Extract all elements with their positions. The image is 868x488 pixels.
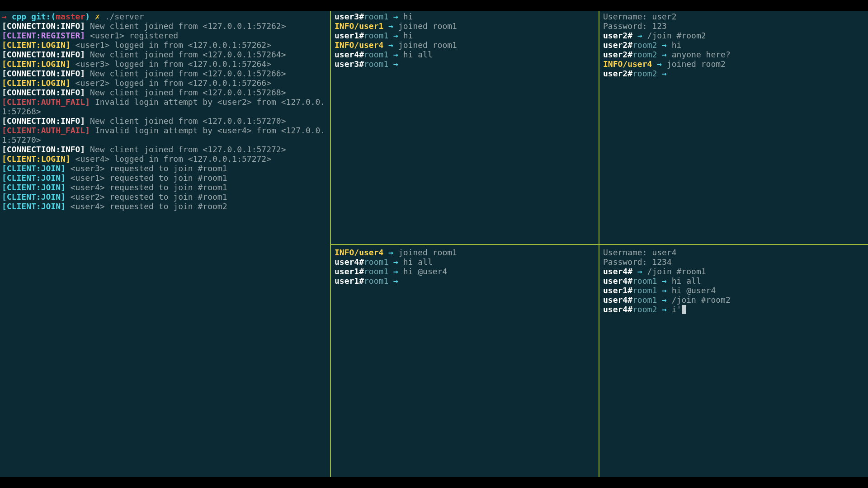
server-pane[interactable]: → cpp git:(master) ✗ ./server[CONNECTION…	[0, 11, 329, 477]
server-log-line: [CLIENT:REGISTER] <user1> registered	[2, 31, 327, 40]
client-pane-user3[interactable]: user3#room1 → hiINFO/user1 → joined room…	[333, 11, 597, 243]
chat-line: INFO/user4 → joined room1	[335, 248, 595, 257]
chat-line: INFO/user4 → joined room1	[335, 40, 595, 50]
chat-line: user4# → /join #room1	[603, 267, 865, 276]
server-log-line: [CONNECTION:INFO] New client joined from…	[2, 88, 327, 97]
chat-line: user4#room1 → hi all	[603, 276, 865, 286]
login-username-line: Username: user4	[603, 248, 865, 257]
server-log-line: [CLIENT:AUTH_FAIL] Invalid login attempt…	[2, 97, 327, 107]
cursor	[682, 305, 686, 314]
chat-line: user2#room2 → hi	[603, 40, 865, 50]
chat-line: user1#room1 → hi	[335, 31, 595, 40]
login-password-line: Password: 1234	[603, 257, 865, 267]
server-log-line: [CLIENT:JOIN] <user4> requested to join …	[2, 183, 327, 192]
shell-prompt: → cpp git:(master) ✗ ./server	[2, 12, 327, 21]
client-pane-user4[interactable]: Username: user4Password: 1234user4# → /j…	[601, 247, 867, 476]
server-log-line: [CLIENT:LOGIN] <user4> logged in from <1…	[2, 154, 327, 164]
chat-line: user2#room2 → anyone here?	[603, 50, 865, 59]
chat-line: user4#room2 → i'	[603, 305, 865, 314]
chat-line: user4#room1 → hi all	[335, 257, 595, 267]
server-log-line: [CLIENT:LOGIN] <user2> logged in from <1…	[2, 78, 327, 88]
chat-line: user1#room1 → hi @user4	[335, 267, 595, 276]
tmux-window: → cpp git:(master) ✗ ./server[CONNECTION…	[0, 11, 868, 477]
chat-line: user3#room1 → hi	[335, 12, 595, 21]
server-log-line: [CONNECTION:INFO] New client joined from…	[2, 50, 327, 59]
server-log-line: [CLIENT:JOIN] <user2> requested to join …	[2, 192, 327, 202]
chat-line: user2# → /join #room2	[603, 31, 865, 40]
chat-line: user2#room2 →	[603, 69, 865, 78]
chat-line: user4#room1 → hi all	[335, 50, 595, 59]
server-log-line: [CLIENT:JOIN] <user4> requested to join …	[2, 202, 327, 211]
client-pane-user2[interactable]: Username: user2Password: 123user2# → /jo…	[601, 11, 867, 243]
server-log-line: 1:57270>	[2, 135, 327, 145]
login-password-line: Password: 123	[603, 21, 865, 31]
pane-divider-horizontal	[330, 244, 868, 245]
server-log-line: [CLIENT:LOGIN] <user1> logged in from <1…	[2, 40, 327, 50]
chat-line: user1#room1 →	[335, 276, 595, 286]
client-pane-user1[interactable]: INFO/user4 → joined room1user4#room1 → h…	[333, 247, 597, 476]
chat-line: user1#room1 → hi @user4	[603, 286, 865, 295]
server-log-line: 1:57268>	[2, 107, 327, 116]
server-log-line: [CLIENT:AUTH_FAIL] Invalid login attempt…	[2, 126, 327, 135]
chat-line: user4#room1 → /join #room2	[603, 295, 865, 305]
chat-line: INFO/user1 → joined room1	[335, 21, 595, 31]
server-log-line: [CONNECTION:INFO] New client joined from…	[2, 116, 327, 126]
server-log-line: [CLIENT:JOIN] <user3> requested to join …	[2, 164, 327, 173]
server-log-line: [CONNECTION:INFO] New client joined from…	[2, 21, 327, 31]
server-log-line: [CONNECTION:INFO] New client joined from…	[2, 145, 327, 154]
login-username-line: Username: user2	[603, 12, 865, 21]
server-log-line: [CONNECTION:INFO] New client joined from…	[2, 69, 327, 78]
chat-line: INFO/user4 → joined room2	[603, 59, 865, 69]
chat-line: user3#room1 →	[335, 59, 595, 69]
server-log-line: [CLIENT:LOGIN] <user3> logged in from <1…	[2, 59, 327, 69]
server-log-line: [CLIENT:JOIN] <user1> requested to join …	[2, 173, 327, 183]
